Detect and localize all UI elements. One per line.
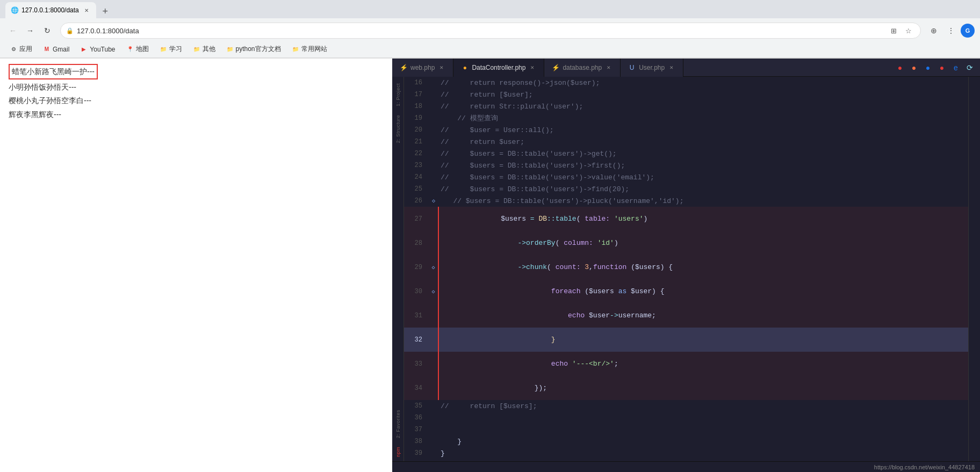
line-num: 39 [404,447,429,459]
line-num: 28 [404,231,429,255]
bookmark-python[interactable]: 📁 python官方文档 [222,43,285,55]
ide-main: 1: Project 2: Structure 2: Favorites npm… [392,77,980,461]
line-num: 17 [404,89,429,100]
browser-titlebar: ← → ↻ 🔒 127.0.0.1:8000/data ⊞ ☆ ⊕ ⋮ G [0,18,980,41]
gutter-cell: ◇ [429,255,438,279]
bookmark-other[interactable]: 📁 其他 [189,43,220,55]
address-bar[interactable]: 🔒 127.0.0.1:8000/data ⊞ ☆ [60,23,921,39]
ide-tab-db-close[interactable]: ✕ [605,64,612,71]
line-num: 25 [404,183,429,195]
ide-tab-database[interactable]: ⚡ database.php ✕ [544,59,621,77]
translate-button[interactable]: ⊞ [887,24,900,37]
code-cell: // $users = DB::table('users')->pluck('u… [438,195,968,207]
content-text-3: 樱桃小丸子孙悟空李白--- [9,96,91,105]
table-row: 25 // $users = DB::table('users')->find(… [404,183,968,195]
bookmark-button[interactable]: ☆ [902,24,915,37]
web-php-icon: ⚡ [400,64,407,71]
gutter-cell: ◇ [429,195,438,207]
table-row: 31 echo $user->username; [404,303,968,328]
ide-tab-user[interactable]: U User.php ✕ [621,59,683,77]
code-content-area[interactable]: 16 // return response()->json($user); 17… [404,77,968,461]
gutter-cell [429,328,438,352]
ide-tab-dc-close[interactable]: ✕ [529,64,536,71]
line-num: 26 [404,195,429,207]
bookmark-study[interactable]: 📁 学习 [155,43,186,55]
code-cell: ->orderBy( column: 'id') [438,231,968,255]
ide-tabs: ⚡ web.php ✕ ● DataController.php ✕ ⚡ dat… [392,59,980,77]
gutter-cell [429,171,438,183]
code-cell: // return [$users]; [438,400,968,412]
favorites-panel-label[interactable]: 2: Favorites [395,405,401,442]
table-row: 39 } [404,447,968,459]
ide-tab-user-close[interactable]: ✕ [668,64,675,71]
line-num: 29 [404,255,429,279]
bookmark-apps-label: 应用 [19,45,32,54]
bookmark-youtube[interactable]: ▶ YouTube [76,45,119,54]
bookmark-gmail[interactable]: M Gmail [39,45,74,54]
icon-reload: ⟳ [964,62,976,74]
forward-button[interactable]: → [23,23,38,38]
gutter-cell [429,352,438,376]
tab-close-button[interactable]: ✕ [82,6,91,14]
ide-tab-datacontroller[interactable]: ● DataController.php ✕ [453,59,544,77]
code-cell: // $users = DB::table('users')->find(20)… [438,183,968,195]
code-cell: // $user = User::all(); [438,124,968,136]
content-line-4: 辉夜李黑辉夜--- [9,108,384,121]
project-panel-label[interactable]: 1: Project [395,79,401,111]
ide-tab-web[interactable]: ⚡ web.php ✕ [392,59,453,77]
bookmark-common[interactable]: 📁 常用网站 [287,43,332,55]
code-cell: // return response()->json($user); [438,77,968,89]
reload-button[interactable]: ↻ [40,23,55,38]
tab-active[interactable]: 🌐 127.0.0.1:8000/data ✕ [5,2,96,18]
code-cell: // return Str::plural('user'); [438,100,968,112]
gutter-cell [429,89,438,100]
extensions-button[interactable]: ⊕ [926,23,941,38]
new-tab-button[interactable]: + [98,4,112,18]
ide-panel: ⚡ web.php ✕ ● DataController.php ✕ ⚡ dat… [392,59,980,472]
code-cell: // return [$user]; [438,89,968,100]
ide-tab-user-label: User.php [639,64,665,71]
line-num: 24 [404,171,429,183]
back-button[interactable]: ← [5,23,20,38]
more-button[interactable]: ⋮ [943,23,959,38]
bookmark-common-label: 常用网站 [301,45,327,54]
user-php-icon: U [628,64,636,71]
ide-tab-web-close[interactable]: ✕ [438,64,445,71]
gutter-cell [429,100,438,112]
bookmark-gmail-label: Gmail [53,46,69,53]
code-table: 16 // return response()->json($user); 17… [404,77,968,459]
ide-tab-dc-label: DataController.php [472,64,525,71]
structure-panel-label[interactable]: 2: Structure [395,111,401,148]
tab-title: 127.0.0.1:8000/data [21,6,79,14]
code-cell: $users = DB::table( table: 'users') [438,207,968,231]
bookmark-maps[interactable]: 📍 地图 [122,43,153,55]
profile-button[interactable]: G [961,24,975,38]
table-row: 35 // return [$users]; [404,400,968,412]
address-actions: ⊞ ☆ [887,24,915,37]
gutter-cell [429,183,438,195]
gutter-cell: ◇ [429,279,438,303]
npm-label[interactable]: npm [395,442,401,461]
gutter-cell [429,124,438,136]
browser-content-panel: 蜡笔小新路飞黑崎一护--- 小明孙悟饭孙悟天--- 樱桃小丸子孙悟空李白--- … [0,59,392,472]
bookmark-apps[interactable]: ⚙ 应用 [5,43,37,55]
gutter-cell [429,424,438,435]
code-cell: // return $user; [438,136,968,148]
line-num: 32 [404,328,429,352]
line-num: 21 [404,136,429,148]
main-content: 蜡笔小新路飞黑崎一护--- 小明孙悟饭孙悟天--- 樱桃小丸子孙悟空李白--- … [0,59,980,472]
gutter-cell [429,159,438,171]
code-cell: echo $user->username; [438,303,968,328]
line-num: 20 [404,124,429,136]
table-row: 24 // $users = DB::table('users')->value… [404,171,968,183]
content-line-1: 蜡笔小新路飞黑崎一护--- [9,64,98,79]
line-num: 37 [404,424,429,435]
line-num: 38 [404,435,429,447]
status-link[interactable]: https://blog.csdn.net/weixin_44827418 [874,464,975,470]
bookmark-other-label: 其他 [203,45,215,54]
code-cell: foreach ($users as $user) { [438,279,968,303]
table-row: 21 // return $user; [404,136,968,148]
icon-chrome-red: ● [894,62,906,74]
table-row: 17 // return [$user]; [404,89,968,100]
table-row: 26 ◇ // $users = DB::table('users')->plu… [404,195,968,207]
